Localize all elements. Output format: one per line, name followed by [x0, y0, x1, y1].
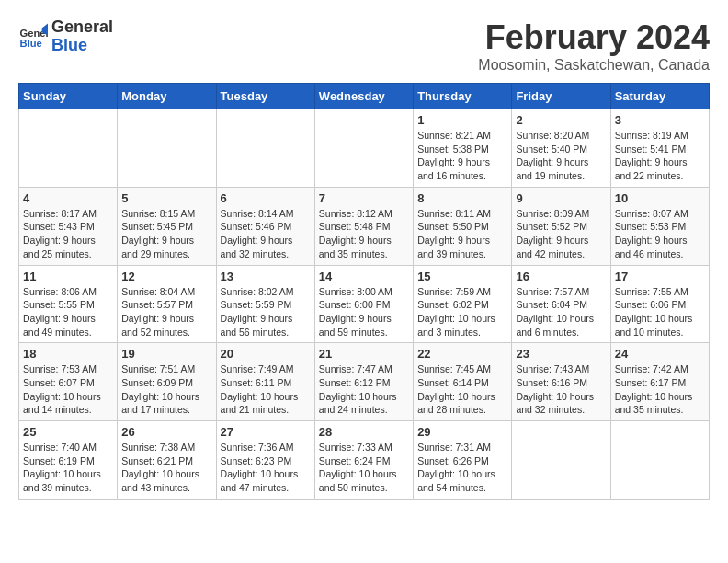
day-number: 27: [221, 425, 311, 439]
day-header-monday: Monday: [118, 84, 216, 109]
day-header-friday: Friday: [512, 84, 610, 109]
day-info: Sunrise: 7:45 AMSunset: 6:14 PMDaylight:…: [417, 362, 507, 417]
calendar-day-cell: 26Sunrise: 7:38 AMSunset: 6:21 PMDayligh…: [118, 421, 216, 500]
logo-icon: General Blue: [18, 22, 48, 52]
calendar-day-cell: 1Sunrise: 8:21 AMSunset: 5:38 PMDaylight…: [414, 109, 512, 188]
day-info: Sunrise: 8:19 AMSunset: 5:41 PMDaylight:…: [615, 129, 705, 183]
day-number: 16: [516, 270, 606, 283]
day-header-thursday: Thursday: [414, 84, 512, 109]
calendar-week-row: 18Sunrise: 7:53 AMSunset: 6:07 PMDayligh…: [19, 343, 710, 421]
calendar-day-cell: [19, 109, 118, 188]
location-subtitle: Moosomin, Saskatchewan, Canada: [478, 57, 710, 74]
day-info: Sunrise: 8:14 AMSunset: 5:46 PMDaylight:…: [221, 207, 311, 261]
day-number: 29: [417, 425, 507, 439]
day-info: Sunrise: 8:17 AMSunset: 5:43 PMDaylight:…: [23, 207, 113, 261]
calendar-week-row: 11Sunrise: 8:06 AMSunset: 5:55 PMDayligh…: [19, 265, 710, 343]
day-number: 8: [417, 191, 507, 205]
calendar-day-cell: 12Sunrise: 8:04 AMSunset: 5:57 PMDayligh…: [118, 265, 216, 343]
calendar-day-cell: 10Sunrise: 8:07 AMSunset: 5:53 PMDayligh…: [610, 187, 709, 265]
title-area: February 2024 Moosomin, Saskatchewan, Ca…: [478, 18, 710, 74]
day-number: 14: [319, 270, 409, 283]
calendar-day-cell: 27Sunrise: 7:36 AMSunset: 6:23 PMDayligh…: [216, 421, 314, 500]
day-number: 10: [615, 191, 705, 205]
calendar-day-cell: 4Sunrise: 8:17 AMSunset: 5:43 PMDaylight…: [19, 187, 118, 265]
day-number: 24: [615, 347, 705, 361]
day-number: 17: [615, 270, 705, 283]
calendar-day-cell: 16Sunrise: 7:57 AMSunset: 6:04 PMDayligh…: [512, 265, 610, 343]
day-number: 3: [615, 113, 705, 127]
day-number: 22: [417, 347, 507, 361]
day-info: Sunrise: 8:12 AMSunset: 5:48 PMDaylight:…: [319, 207, 409, 261]
calendar-day-cell: [610, 421, 709, 500]
calendar-table: SundayMondayTuesdayWednesdayThursdayFrid…: [18, 83, 710, 500]
day-number: 19: [121, 347, 211, 361]
day-info: Sunrise: 8:11 AMSunset: 5:50 PMDaylight:…: [417, 207, 507, 261]
calendar-day-cell: [216, 109, 314, 188]
calendar-day-cell: 11Sunrise: 8:06 AMSunset: 5:55 PMDayligh…: [19, 265, 118, 343]
day-number: 7: [319, 191, 409, 205]
day-info: Sunrise: 7:40 AMSunset: 6:19 PMDaylight:…: [23, 441, 113, 495]
day-info: Sunrise: 8:15 AMSunset: 5:45 PMDaylight:…: [121, 207, 211, 261]
calendar-day-cell: 14Sunrise: 8:00 AMSunset: 6:00 PMDayligh…: [314, 265, 413, 343]
calendar-day-cell: 13Sunrise: 8:02 AMSunset: 5:59 PMDayligh…: [216, 265, 314, 343]
calendar-day-cell: 24Sunrise: 7:42 AMSunset: 6:17 PMDayligh…: [610, 343, 709, 421]
day-info: Sunrise: 8:00 AMSunset: 6:00 PMDaylight:…: [319, 285, 409, 339]
day-info: Sunrise: 7:51 AMSunset: 6:09 PMDaylight:…: [121, 362, 211, 417]
day-number: 6: [221, 191, 311, 205]
day-number: 11: [23, 270, 113, 283]
day-number: 5: [121, 191, 211, 205]
month-title: February 2024: [478, 18, 710, 57]
calendar-day-cell: [314, 109, 413, 188]
day-header-saturday: Saturday: [610, 84, 709, 109]
calendar-day-cell: 21Sunrise: 7:47 AMSunset: 6:12 PMDayligh…: [314, 343, 413, 421]
calendar-day-cell: 15Sunrise: 7:59 AMSunset: 6:02 PMDayligh…: [414, 265, 512, 343]
calendar-week-row: 25Sunrise: 7:40 AMSunset: 6:19 PMDayligh…: [19, 421, 710, 500]
logo: General Blue General Blue: [18, 18, 113, 55]
calendar-day-cell: 9Sunrise: 8:09 AMSunset: 5:52 PMDaylight…: [512, 187, 610, 265]
day-info: Sunrise: 7:55 AMSunset: 6:06 PMDaylight:…: [615, 285, 705, 339]
calendar-week-row: 1Sunrise: 8:21 AMSunset: 5:38 PMDaylight…: [19, 109, 710, 188]
day-number: 2: [516, 113, 606, 127]
calendar-day-cell: 5Sunrise: 8:15 AMSunset: 5:45 PMDaylight…: [118, 187, 216, 265]
day-number: 1: [417, 113, 507, 127]
day-number: 21: [319, 347, 409, 361]
day-info: Sunrise: 8:09 AMSunset: 5:52 PMDaylight:…: [516, 207, 606, 261]
day-number: 18: [23, 347, 113, 361]
day-info: Sunrise: 7:47 AMSunset: 6:12 PMDaylight:…: [319, 362, 409, 417]
day-info: Sunrise: 8:02 AMSunset: 5:59 PMDaylight:…: [221, 285, 311, 339]
day-info: Sunrise: 7:57 AMSunset: 6:04 PMDaylight:…: [516, 285, 606, 339]
day-number: 25: [23, 425, 113, 439]
day-number: 13: [221, 270, 311, 283]
day-number: 12: [121, 270, 211, 283]
page-header: General Blue General Blue February 2024 …: [18, 18, 710, 74]
day-info: Sunrise: 8:07 AMSunset: 5:53 PMDaylight:…: [615, 207, 705, 261]
calendar-day-cell: [118, 109, 216, 188]
calendar-week-row: 4Sunrise: 8:17 AMSunset: 5:43 PMDaylight…: [19, 187, 710, 265]
day-info: Sunrise: 8:06 AMSunset: 5:55 PMDaylight:…: [23, 285, 113, 339]
calendar-day-cell: 25Sunrise: 7:40 AMSunset: 6:19 PMDayligh…: [19, 421, 118, 500]
calendar-day-cell: 3Sunrise: 8:19 AMSunset: 5:41 PMDaylight…: [610, 109, 709, 188]
logo-text: General Blue: [51, 18, 113, 55]
day-header-sunday: Sunday: [19, 84, 118, 109]
calendar-day-cell: 17Sunrise: 7:55 AMSunset: 6:06 PMDayligh…: [610, 265, 709, 343]
calendar-day-cell: 6Sunrise: 8:14 AMSunset: 5:46 PMDaylight…: [216, 187, 314, 265]
day-info: Sunrise: 7:49 AMSunset: 6:11 PMDaylight:…: [221, 362, 311, 417]
day-number: 20: [221, 347, 311, 361]
day-info: Sunrise: 8:20 AMSunset: 5:40 PMDaylight:…: [516, 129, 606, 183]
day-info: Sunrise: 7:33 AMSunset: 6:24 PMDaylight:…: [319, 441, 409, 495]
day-info: Sunrise: 8:21 AMSunset: 5:38 PMDaylight:…: [417, 129, 507, 183]
day-header-wednesday: Wednesday: [314, 84, 413, 109]
calendar-day-cell: 19Sunrise: 7:51 AMSunset: 6:09 PMDayligh…: [118, 343, 216, 421]
day-info: Sunrise: 7:36 AMSunset: 6:23 PMDaylight:…: [221, 441, 311, 495]
day-number: 28: [319, 425, 409, 439]
day-info: Sunrise: 7:53 AMSunset: 6:07 PMDaylight:…: [23, 362, 113, 417]
calendar-day-cell: 7Sunrise: 8:12 AMSunset: 5:48 PMDaylight…: [314, 187, 413, 265]
calendar-day-cell: [512, 421, 610, 500]
calendar-day-cell: 28Sunrise: 7:33 AMSunset: 6:24 PMDayligh…: [314, 421, 413, 500]
day-info: Sunrise: 7:59 AMSunset: 6:02 PMDaylight:…: [417, 285, 507, 339]
calendar-day-cell: 22Sunrise: 7:45 AMSunset: 6:14 PMDayligh…: [414, 343, 512, 421]
calendar-day-cell: 2Sunrise: 8:20 AMSunset: 5:40 PMDaylight…: [512, 109, 610, 188]
day-number: 9: [516, 191, 606, 205]
calendar-day-cell: 8Sunrise: 8:11 AMSunset: 5:50 PMDaylight…: [414, 187, 512, 265]
day-number: 23: [516, 347, 606, 361]
